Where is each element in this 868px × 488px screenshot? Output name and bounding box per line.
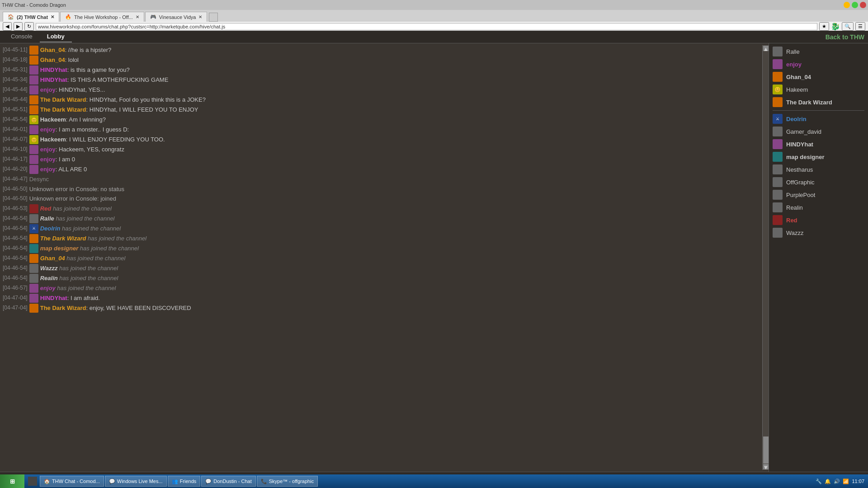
user-item-offgraphic[interactable]: OffGraphic [769,176,868,188]
user-avatar-enjoy [773,59,783,69]
avatar [29,294,38,303]
avatar [29,85,38,94]
user-avatar-mapdesigner [773,152,783,162]
avatar [29,125,38,134]
tab-lobby[interactable]: Lobby [40,31,72,42]
user-item-realin[interactable]: Realin [769,201,868,214]
chat-panel: [04-45-11] Ghan_04: //he is a hipster? [… [0,43,769,472]
message-row: [04-46-01] enjoy: I am a monster.. I gue… [0,125,760,135]
scroll-down-button[interactable]: ▼ [763,464,769,469]
chat-messages[interactable]: [04-45-11] Ghan_04: //he is a hipster? [… [0,45,762,470]
taskbar-item-friends[interactable]: 👥 Friends [168,476,201,487]
tab-thw-chat[interactable]: 🏠 (2) THW Chat ✕ [3,12,59,22]
message-row: [04-45-18] Ghan_04: lolol [0,55,760,65]
close-button[interactable] [860,2,866,8]
browser-title: THW Chat - Comodo Dragon [2,2,66,8]
tab-close-icon-2[interactable]: ✕ [136,14,139,19]
taskbar-tray: 🔧 🔔 🔊 📶 11:07 [812,479,868,484]
taskbar-icon-thw: 🏠 [44,479,50,484]
reload-button[interactable]: ↻ [24,22,34,31]
message-row-realin-join: [04-46-54] Realin has joined the channel [0,273,760,283]
user-item-hakeem[interactable]: 😊 Hakeem [769,83,868,96]
user-item-deolrin[interactable]: ⚔ Deolrin [769,113,868,125]
user-item-enjoy[interactable]: enjoy [769,58,868,70]
scroll-thumb[interactable] [763,436,769,464]
browser-chrome: THW Chat - Comodo Dragon 🏠 (2) THW Chat … [0,0,868,31]
taskbar-icon-friends: 👥 [172,479,178,484]
user-avatar-purplepoot [773,190,783,200]
forward-button[interactable]: ▶ [14,22,23,31]
url-bar[interactable] [36,23,817,30]
new-tab-button[interactable]: + [209,13,218,22]
tab-bar: 🏠 (2) THW Chat ✕ 🔥 The Hive Workshop - O… [0,10,868,22]
tab-console[interactable]: Console [4,31,40,42]
message-row-ralle-join: [04-46-54] Ralle has joined the channel [0,214,760,224]
maximize-button[interactable] [852,2,858,8]
avatar [29,254,38,263]
message-row-red-join: [04-46-53] Red has joined the channel [0,204,760,214]
user-avatar-gamer-david [773,127,783,136]
start-button[interactable]: ⊞ [0,474,24,488]
back-to-thw-link[interactable]: Back to THW [826,33,864,41]
tab-vinesauce[interactable]: 🎮 Vinesauce Vidya ✕ [145,12,208,22]
taskbar-icon-area [28,477,37,486]
bookmark-star[interactable]: ★ [819,22,829,31]
tab-favicon: 🏠 [8,14,14,20]
user-item-gamer-david[interactable]: Gamer_david [769,125,868,138]
message-row: [04-46-17] enjoy: I am 0 [0,155,760,164]
tab-favicon-2: 🔥 [65,14,71,20]
username-hindyhat: HINDYhat [786,141,813,148]
tab-hive-workshop[interactable]: 🔥 The Hive Workshop - Off... ✕ [60,12,144,22]
user-item-ghan04[interactable]: Ghan_04 [769,70,868,83]
message-row-wazzz-join: [04-46-54] Wazzz has joined the channel [0,263,760,273]
user-avatar-realin [773,202,783,212]
user-item-red[interactable]: Red [769,214,868,226]
avatar [29,105,38,114]
message-row: [04-46-20] enjoy: ALL ARE 0 [0,164,760,174]
user-item-purplepoot[interactable]: PurplePoot [769,188,868,201]
user-item-wazzz[interactable]: Wazzz [769,226,868,239]
avatar [29,46,38,55]
message-row-ghan-join: [04-46-54] Ghan_04 has joined the channe… [0,253,760,263]
message-row-mapdesigner-join: [04-46-54] map designer has joined the c… [0,244,760,253]
menu-button[interactable]: ☰ [855,22,865,31]
avatar [29,165,38,174]
avatar: 😊 [29,115,38,124]
avatar: ⚔ [29,224,38,233]
user-item-hindyhat[interactable]: HINDYhat [769,138,868,150]
zoom-button[interactable]: 🔍 [842,22,854,31]
taskbar-item-thw[interactable]: 🏠 THW Chat - Comod... [40,476,104,487]
user-item-mapdesigner[interactable]: map designer [769,150,868,163]
username-red: Red [786,217,797,224]
username-hakeem: Hakeem [786,86,808,93]
scroll-up-button[interactable]: ▲ [763,46,769,51]
tab-close-icon[interactable]: ✕ [51,14,54,19]
username-offgraphic: OffGraphic [786,179,815,186]
message-row: [04-45-34] HINDYhat: IS THIS A MOTHERFUC… [0,75,760,85]
taskbar-icon-dondustin: 💬 [205,479,212,484]
username-ghan04: Ghan_04 [786,74,811,80]
taskbar-item-skype[interactable]: 📞 Skype™ - offgraphic [257,476,318,487]
user-item-darkwizard[interactable]: The Dark Wizard [769,96,868,108]
taskbar-item-messenger[interactable]: 💬 Windows Live Mes... [105,476,167,487]
scrollbar[interactable]: ▲ ▼ [762,45,769,470]
windows-logo: ⊞ [10,478,15,485]
message-row: [04-45-44] enjoy: HINDYhat, YES... [0,85,760,95]
tab-close-icon-3[interactable]: ✕ [198,14,202,19]
message-row-darkwiz-join: [04-46-54] The Dark Wizard has joined th… [0,234,760,244]
message-row: [04-45-54] 😊 Hackeem: Am I winning? [0,115,760,125]
avatar [29,155,38,164]
user-avatar-wazzz [773,228,783,238]
user-item-nestharus[interactable]: Nestharus [769,163,868,176]
back-button[interactable]: ◀ [3,22,12,31]
minimize-button[interactable] [844,2,850,8]
avatar [29,214,38,223]
tray-icon-4: 📶 [843,479,849,484]
message-row: [04-46-10] enjoy: Hackeem, YES, congratz [0,145,760,155]
user-item-ralle[interactable]: Ralle [769,45,868,58]
nav-bar: ◀ ▶ ↻ ★ 🐉 🔍 ☰ [0,22,868,32]
user-avatar-ghan04 [773,72,783,82]
taskbar-item-dondustin[interactable]: 💬 DonDustin - Chat [201,476,255,487]
avatar [29,304,38,313]
avatar [29,66,38,75]
